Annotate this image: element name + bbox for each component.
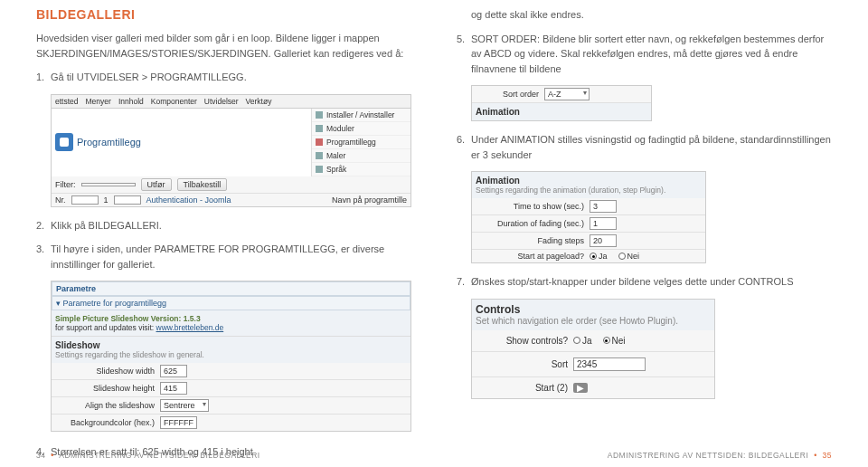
step-5: 5. SORT ORDER: Bildene blir sortert ette… <box>457 32 832 77</box>
support-line: for support and updates visit: www.brett… <box>55 323 407 332</box>
col-header: Nr. <box>55 195 66 205</box>
step-2: 2. Klikk på BILDEGALLERI. <box>36 218 411 234</box>
screenshot-extensions-menu: ettsted Menyer Innhold Komponenter Utvid… <box>51 94 411 207</box>
filter-reset-button[interactable]: Tilbakestill <box>177 178 228 191</box>
menu-item[interactable]: Utvidelser <box>204 97 239 106</box>
submenu-item[interactable]: Programtillegg <box>312 136 410 149</box>
animation-title: Animation <box>476 176 702 186</box>
time-show-label: Time to show (sec.) <box>476 202 584 211</box>
fade-steps-label: Fading steps <box>476 236 584 245</box>
radio-nei[interactable]: Nei <box>618 252 640 261</box>
slideshow-section-title: Slideshow <box>55 340 407 350</box>
version-line: Simple Picture Slideshow Version: 1.5.3 <box>55 314 407 323</box>
submenu-item[interactable]: Språk <box>312 163 410 176</box>
sort-controls-input[interactable]: 2345 <box>573 357 646 371</box>
plugin-icon <box>55 133 73 151</box>
step-1: 1. Gå til UTVIDELSER > PROGRAMTILLEGG. <box>36 70 411 85</box>
step-6: 6. Under ANIMATION stilles visningstid o… <box>457 132 832 162</box>
controls-desc: Set which navigation ele order (see Howt… <box>476 316 711 327</box>
start2-label: Start (2) <box>477 383 568 393</box>
page-number-right: 35 <box>823 451 832 460</box>
intro-paragraph: Hovedsiden viser galleri med bilder som … <box>36 31 411 61</box>
screenshot-sort-order: Sort order A-Z Animation <box>471 85 652 121</box>
screenshot-animation: Animation Settings regarding the animati… <box>471 171 706 263</box>
params-title: Parametre <box>52 281 410 296</box>
footer-text-left: ADMINISTRERING AV NETTSIDEN: BILDEGALLER… <box>59 451 260 460</box>
footer-text-right: ADMINISTRERING AV NETTSIDEN: BILDEGALLER… <box>608 451 809 460</box>
width-input[interactable]: 625 <box>160 365 187 377</box>
height-label: Slideshow height <box>55 384 155 393</box>
page-title: BILDEGALLERI <box>36 7 411 22</box>
screenshot-controls: Controls Set which navigation ele order … <box>471 299 715 399</box>
sort-order-label: Sort order <box>476 90 539 99</box>
sort-order-select[interactable]: A-Z <box>544 88 590 100</box>
menu-item[interactable]: ettsted <box>55 97 79 106</box>
filter-input[interactable] <box>81 183 136 186</box>
row-link[interactable]: Authentication - Joomla <box>146 195 231 205</box>
col-header: Navn på programtille <box>332 195 407 205</box>
sort-controls-label: Sort <box>477 359 568 369</box>
align-label: Align the slideshow <box>55 401 155 410</box>
menu-item[interactable]: Menyer <box>86 97 111 106</box>
animation-section-title: Animation <box>476 107 520 117</box>
fade-duration-input[interactable]: 1 <box>590 217 617 230</box>
filter-label: Filter: <box>55 180 76 189</box>
menu-item[interactable]: Innhold <box>118 97 144 106</box>
checkbox[interactable] <box>71 195 99 205</box>
bg-input[interactable]: FFFFFF <box>160 416 197 429</box>
page-footer: 34 • ADMINISTRERING AV NETTSIDEN: BILDEG… <box>0 451 868 460</box>
start-pageload-label: Start at pageload? <box>476 252 584 261</box>
radio-ja[interactable]: Ja <box>590 252 608 261</box>
screenshot-parameters: Parametre ▾ Parametre for programtillegg… <box>51 281 411 432</box>
params-sub[interactable]: ▾ Parametre for programtillegg <box>52 296 410 310</box>
filter-run-button[interactable]: Utfør <box>141 178 172 191</box>
continuation-text: og dette skal ikke endres. <box>457 7 832 23</box>
page-number-left: 34 <box>36 451 45 460</box>
radio-ja[interactable]: Ja <box>573 336 592 346</box>
animation-desc: Settings regarding the animation (durati… <box>476 186 702 195</box>
checkbox[interactable] <box>114 195 141 205</box>
step-7: 7. Ønskes stop/start-knapper under bilde… <box>457 274 832 290</box>
menu-item[interactable]: Verktøy <box>246 97 272 106</box>
radio-nei[interactable]: Nei <box>603 336 626 346</box>
width-label: Slideshow width <box>55 367 155 376</box>
align-select[interactable]: Sentrere <box>160 399 209 412</box>
slideshow-section-desc: Settings regarding the slideshow in gene… <box>55 350 407 359</box>
time-show-input[interactable]: 3 <box>590 200 617 213</box>
height-input[interactable]: 415 <box>160 382 187 395</box>
fade-steps-input[interactable]: 20 <box>590 234 617 247</box>
plugin-title: Programtillegg <box>77 137 141 148</box>
step-3: 3. Til høyre i siden, under PARAMETRE FO… <box>36 242 411 272</box>
submenu-item[interactable]: Installer / Avinstaller <box>312 109 410 122</box>
bg-label: Backgroundcolor (hex.) <box>55 418 155 427</box>
play-icon[interactable]: ▶ <box>573 383 588 393</box>
submenu-item[interactable]: Maler <box>312 149 410 163</box>
support-link[interactable]: www.bretteleben.de <box>156 323 224 332</box>
controls-title: Controls <box>476 303 711 316</box>
submenu-item[interactable]: Moduler <box>312 122 410 136</box>
menu-item[interactable]: Komponenter <box>151 97 197 106</box>
fade-duration-label: Duration of fading (sec.) <box>476 219 584 228</box>
show-controls-label: Show controls? <box>477 336 568 346</box>
